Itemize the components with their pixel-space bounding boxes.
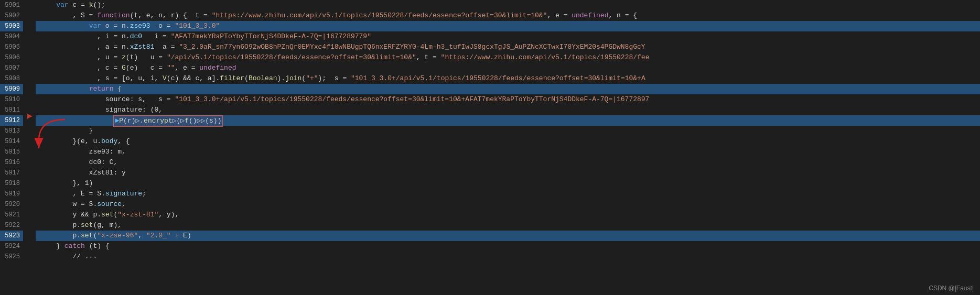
line-number: 5910 xyxy=(0,94,23,105)
breakpoint-arrow: ▶ xyxy=(27,111,33,122)
code-line: , u = z(t) u = "/api/v5.1/topics/1955022… xyxy=(36,52,980,63)
code-line: zse93: m, xyxy=(36,147,980,157)
code-line: source: s, s = "101_3_3.0+/api/v5.1/topi… xyxy=(36,94,980,105)
line-number: 5915 xyxy=(0,147,23,157)
line-number: 5906 xyxy=(0,52,23,63)
editor-container: 5901590259035904590559065907590859095910… xyxy=(0,0,980,295)
line-number: 5911 xyxy=(0,105,23,115)
line-number: 5909 xyxy=(0,84,23,94)
watermark: CSDN @|Faust| xyxy=(929,285,974,292)
line-number: 5921 xyxy=(0,210,23,220)
code-line: , E = S.signature; xyxy=(36,189,980,199)
code-line: , c = G(e) c = "", e = undefined xyxy=(36,63,980,73)
line-numbers: 5901590259035904590559065907590859095910… xyxy=(0,0,27,295)
code-line: }(e, u.body, { xyxy=(36,136,980,147)
line-number: 5904 xyxy=(0,31,23,42)
line-number: 5913 xyxy=(0,126,23,136)
line-number: 5916 xyxy=(0,157,23,168)
line-number: 5925 xyxy=(0,252,23,262)
line-number: 5923 xyxy=(0,231,23,241)
code-line: p.set("x-zse-96", "2.0_" + E) xyxy=(36,231,980,241)
line-number: 5908 xyxy=(0,73,23,84)
code-line: } xyxy=(36,126,980,136)
code-line: signature: (0, xyxy=(36,105,980,115)
line-number: 5917 xyxy=(0,168,23,178)
code-line: dc0: C, xyxy=(36,157,980,168)
line-number: 5922 xyxy=(0,220,23,231)
code-line: , a = n.xZst81 a = "3_2.0aR_sn77yn6O92wO… xyxy=(36,42,980,52)
code-line: xZst81: y xyxy=(36,168,980,178)
code-line: , s = [o, u, i, V(c) && c, a].filter(Boo… xyxy=(36,73,980,84)
code-line: var o = n.zse93 o = "101_3_3.0" xyxy=(36,21,980,31)
code-line: var c = k(); xyxy=(36,0,980,10)
line-number: 5901 xyxy=(0,0,23,10)
line-number: 5918 xyxy=(0,178,23,189)
line-number: 5912 xyxy=(0,115,23,126)
code-line: } catch (t) { xyxy=(36,241,980,252)
gutter: ▶ xyxy=(27,0,36,295)
code-line: return { xyxy=(36,84,980,94)
code-line: ►P(r)▷.encrypt▷(▷f()▷▷(s)) xyxy=(36,115,980,126)
line-number: 5903 xyxy=(0,21,23,31)
code-line: w = S.source, xyxy=(36,199,980,210)
code-line: p.set(g, m), xyxy=(36,220,980,231)
code-line: y && p.set("x-zst-81", y), xyxy=(36,210,980,220)
line-number: 5905 xyxy=(0,42,23,52)
line-number: 5902 xyxy=(0,10,23,21)
code-line: }, 1) xyxy=(36,178,980,189)
code-line: , S = function(t, e, n, r) { t = "https:… xyxy=(36,10,980,21)
code-line: // ... xyxy=(36,252,980,262)
code-line: , i = n.dc0 i = "AFAT7mekYRaPToYbyTTorNj… xyxy=(36,31,980,42)
line-number: 5920 xyxy=(0,199,23,210)
line-number: 5919 xyxy=(0,189,23,199)
line-number: 5907 xyxy=(0,63,23,73)
line-number: 5914 xyxy=(0,136,23,147)
code-area[interactable]: var c = k(); , S = function(t, e, n, r) … xyxy=(36,0,980,295)
line-number: 5924 xyxy=(0,241,23,252)
